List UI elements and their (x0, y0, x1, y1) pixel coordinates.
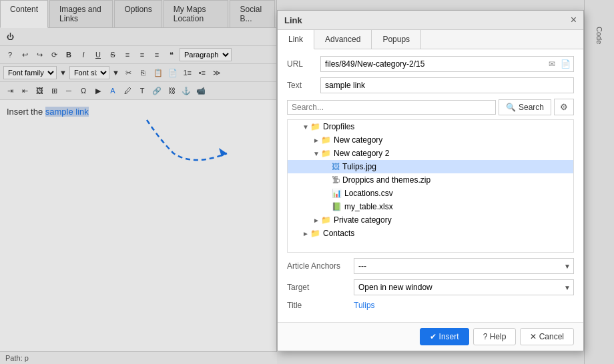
search-row: 🔍 Search ⚙ (287, 99, 574, 115)
tree-item-new-category-2[interactable]: ▼ 📁 New category 2 (288, 147, 573, 160)
title-row: Title Tulips (287, 301, 574, 310)
modal-tab-popups[interactable]: Popups (372, 30, 421, 49)
expand-new-category-2-icon[interactable]: ▼ (313, 150, 321, 157)
url-input[interactable] (321, 57, 546, 71)
tree-label-private-category: Private category (334, 215, 392, 225)
tree-label-contacts: Contacts (323, 229, 354, 238)
url-row: URL ✉ 📄 (287, 56, 574, 72)
file-droppics-icon: 🗜 (332, 175, 340, 185)
target-select[interactable]: Open in new window (354, 280, 561, 295)
article-anchors-arrow-icon: ▼ (561, 260, 573, 273)
target-row: Target Open in new window ▼ (287, 279, 574, 295)
expand-private-icon[interactable]: ► (313, 217, 321, 224)
article-anchors-label: Article Anchors (287, 261, 354, 271)
tree-item-new-category[interactable]: ► 📁 New category (288, 133, 573, 147)
target-label: Target (287, 283, 354, 292)
email-icon[interactable]: ✉ (546, 58, 558, 70)
tree-item-locations[interactable]: 📊 Locations.csv (288, 187, 573, 200)
tree-label-new-category: New category (334, 135, 382, 145)
modal-tabs: Link Advanced Popups (278, 30, 583, 49)
article-anchors-select[interactable]: --- (354, 259, 561, 273)
tree-item-tulips[interactable]: 🖼 Tulips.jpg (288, 160, 573, 173)
article-anchors-select-wrap: --- ▼ (354, 258, 574, 274)
target-arrow-icon: ▼ (561, 281, 573, 294)
folder-contacts-icon: 📁 (310, 229, 320, 238)
file-locations-icon: 📊 (332, 189, 342, 198)
insert-button[interactable]: ✔ Insert (420, 328, 469, 345)
expand-contacts-icon[interactable]: ► (302, 230, 310, 237)
checkmark-icon: ✔ (430, 332, 436, 341)
browse-icon[interactable]: 📄 (558, 58, 573, 70)
tree-label-my-table: my_table.xlsx (344, 202, 393, 211)
article-anchors-row: Article Anchors --- ▼ (287, 258, 574, 274)
title-label: Title (287, 301, 354, 310)
modal-footer: ✔ Insert ? Help ✕ Cancel (278, 322, 583, 351)
text-input-wrap (320, 77, 574, 93)
search-button[interactable]: 🔍 Search (499, 99, 551, 115)
text-row: Text (287, 77, 574, 93)
tree-label-droppics: Droppics and themes.zip (342, 175, 430, 185)
target-select-wrap: Open in new window ▼ (354, 279, 574, 295)
search-input-wrap (287, 100, 496, 115)
help-button[interactable]: ? Help (473, 328, 517, 345)
folder-private-icon: 📁 (321, 215, 331, 225)
modal-tab-advanced[interactable]: Advanced (314, 30, 372, 49)
url-input-wrap: ✉ 📄 (320, 56, 574, 72)
modal-body: URL ✉ 📄 Text 🔍 Search ⚙ (278, 49, 583, 322)
modal-title: Link (284, 15, 302, 25)
title-value: Tulips (354, 301, 375, 310)
cancel-button[interactable]: ✕ Cancel (520, 328, 574, 345)
search-button-label: Search (519, 103, 544, 112)
expand-dropfiles-icon[interactable]: ▼ (302, 123, 310, 131)
tree-item-dropfiles[interactable]: ▼ 📁 Dropfiles (288, 120, 573, 133)
modal-header: Link × (278, 11, 583, 30)
file-tulips-icon: 🖼 (332, 162, 340, 171)
folder-new-category-2-icon: 📁 (321, 149, 331, 158)
url-label: URL (287, 59, 320, 69)
tree-item-private-category[interactable]: ► 📁 Private category (288, 213, 573, 227)
tree-item-my-table[interactable]: 📗 my_table.xlsx (288, 200, 573, 213)
search-icon: 🔍 (506, 103, 516, 112)
folder-new-category-icon: 📁 (321, 135, 331, 145)
tree-item-contacts[interactable]: ► 📁 Contacts (288, 227, 573, 240)
modal-close-button[interactable]: × (571, 15, 577, 25)
folder-dropfiles-icon: 📁 (310, 122, 320, 131)
insert-button-label: Insert (439, 332, 459, 341)
expand-new-category-icon[interactable]: ► (313, 137, 321, 144)
tree-item-droppics[interactable]: 🗜 Droppics and themes.zip (288, 173, 573, 187)
link-modal: Link × Link Advanced Popups URL ✉ 📄 Text (277, 10, 584, 351)
file-my-table-icon: 📗 (332, 202, 342, 211)
modal-tab-link[interactable]: Link (278, 30, 314, 49)
tree-label-locations: Locations.csv (344, 189, 393, 198)
file-tree[interactable]: ▼ 📁 Dropfiles ► 📁 New category ▼ 📁 New c… (287, 119, 574, 253)
search-input[interactable] (292, 103, 491, 112)
search-settings-button[interactable]: ⚙ (554, 99, 574, 115)
tree-label-new-category-2: New category 2 (334, 149, 389, 158)
text-input[interactable] (321, 78, 573, 93)
text-label: Text (287, 81, 320, 90)
tree-label-dropfiles: Dropfiles (323, 122, 354, 131)
tree-label-tulips: Tulips.jpg (342, 162, 376, 171)
